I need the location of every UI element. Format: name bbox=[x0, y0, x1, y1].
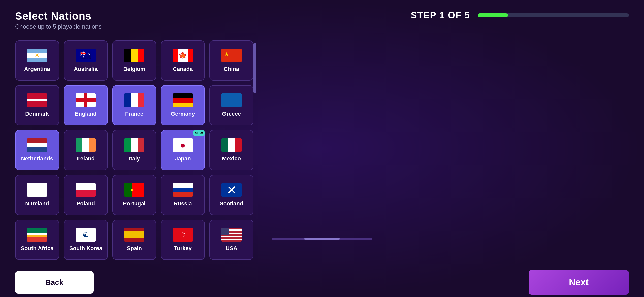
nation-name-australia: Australia bbox=[74, 66, 98, 72]
nation-card-china[interactable]: China bbox=[209, 40, 253, 81]
nation-card-ireland[interactable]: Ireland bbox=[64, 130, 108, 170]
progress-bar-fill bbox=[478, 13, 508, 17]
flag-china bbox=[221, 49, 242, 62]
flag-spain bbox=[124, 228, 144, 242]
scrollbar-area[interactable] bbox=[253, 40, 259, 260]
nation-card-greece[interactable]: Greece bbox=[209, 85, 253, 125]
flag-ireland bbox=[76, 138, 96, 152]
nation-card-argentina[interactable]: Argentina bbox=[15, 40, 59, 81]
step-section: STEP 1 OF 5 bbox=[411, 10, 629, 21]
nation-card-england[interactable]: England bbox=[64, 85, 108, 125]
nation-card-southafrica[interactable]: South Africa bbox=[15, 220, 59, 260]
nation-name-russia: Russia bbox=[174, 200, 192, 207]
back-button[interactable]: Back bbox=[15, 271, 94, 294]
nation-name-netherlands: Netherlands bbox=[21, 155, 53, 162]
nation-card-mexico[interactable]: Mexico bbox=[209, 130, 253, 170]
flag-turkey bbox=[173, 228, 193, 242]
nation-name-spain: Spain bbox=[127, 245, 142, 252]
nation-card-japan[interactable]: NEWJapan bbox=[161, 130, 205, 170]
flag-usa bbox=[221, 228, 242, 242]
flag-denmark bbox=[27, 93, 47, 107]
nation-name-greece: Greece bbox=[222, 111, 241, 117]
nation-card-netherlands[interactable]: Netherlands bbox=[15, 130, 59, 170]
nation-card-france[interactable]: France bbox=[112, 85, 156, 125]
flag-japan bbox=[173, 138, 193, 152]
flag-nireland bbox=[27, 183, 47, 197]
page-subtitle: Choose up to 5 playable nations bbox=[15, 23, 102, 30]
nation-card-usa[interactable]: USA bbox=[209, 220, 253, 260]
nation-name-mexico: Mexico bbox=[222, 155, 241, 162]
flag-germany bbox=[173, 93, 193, 107]
nation-name-canada: Canada bbox=[173, 66, 193, 72]
nation-name-poland: Poland bbox=[77, 200, 95, 207]
flag-poland bbox=[76, 183, 96, 197]
step-label: STEP 1 OF 5 bbox=[411, 10, 470, 21]
nation-name-belgium: Belgium bbox=[123, 66, 145, 72]
nation-card-turkey[interactable]: Turkey bbox=[161, 220, 205, 260]
flag-mexico bbox=[221, 138, 242, 152]
nation-card-scotland[interactable]: Scotland bbox=[209, 175, 253, 215]
nation-name-scotland: Scotland bbox=[220, 200, 243, 207]
nation-name-nireland: N.Ireland bbox=[25, 200, 49, 207]
nation-card-nireland[interactable]: N.Ireland bbox=[15, 175, 59, 215]
nation-name-ireland: Ireland bbox=[77, 155, 95, 162]
flag-france bbox=[124, 93, 144, 107]
flag-southafrica bbox=[27, 228, 47, 242]
nation-card-denmark[interactable]: Denmark bbox=[15, 85, 59, 125]
scroll-indicator-thumb bbox=[304, 238, 340, 240]
nation-name-germany: Germany bbox=[171, 111, 195, 117]
nation-name-usa: USA bbox=[226, 245, 237, 252]
main-container: Select Nations Choose up to 5 playable n… bbox=[0, 0, 644, 297]
title-section: Select Nations Choose up to 5 playable n… bbox=[15, 10, 102, 30]
nation-name-argentina: Argentina bbox=[24, 66, 50, 72]
next-button[interactable]: Next bbox=[529, 270, 629, 295]
nation-card-belgium[interactable]: Belgium bbox=[112, 40, 156, 81]
flag-netherlands bbox=[27, 138, 47, 152]
flag-russia bbox=[173, 183, 193, 197]
nation-name-denmark: Denmark bbox=[25, 111, 49, 117]
nation-name-italy: Italy bbox=[129, 155, 140, 162]
nation-name-china: China bbox=[224, 66, 239, 72]
progress-bar bbox=[478, 13, 629, 17]
nation-name-turkey: Turkey bbox=[174, 245, 192, 252]
nation-card-southkorea[interactable]: South Korea bbox=[64, 220, 108, 260]
nation-card-italy[interactable]: Italy bbox=[112, 130, 156, 170]
flag-italy bbox=[124, 138, 144, 152]
flag-australia bbox=[76, 49, 96, 62]
nation-name-england: England bbox=[75, 111, 97, 117]
nation-card-australia[interactable]: Australia bbox=[64, 40, 108, 81]
flag-canada bbox=[173, 49, 193, 62]
nation-name-japan: Japan bbox=[175, 155, 191, 162]
nation-name-france: France bbox=[125, 111, 143, 117]
nation-card-portugal[interactable]: Portugal bbox=[112, 175, 156, 215]
nation-card-poland[interactable]: Poland bbox=[64, 175, 108, 215]
flag-argentina bbox=[27, 49, 47, 62]
nations-grid: ArgentinaAustraliaBelgiumCanadaChinaDenm… bbox=[15, 40, 253, 260]
nation-card-canada[interactable]: Canada bbox=[161, 40, 205, 81]
nation-card-germany[interactable]: Germany bbox=[161, 85, 205, 125]
new-badge: NEW bbox=[193, 130, 205, 136]
flag-belgium bbox=[124, 49, 144, 62]
nation-name-portugal: Portugal bbox=[123, 200, 145, 207]
scroll-indicator bbox=[272, 238, 372, 240]
page-title: Select Nations bbox=[15, 10, 102, 22]
flag-scotland bbox=[221, 183, 242, 197]
nation-card-spain[interactable]: Spain bbox=[112, 220, 156, 260]
scrollbar-thumb[interactable] bbox=[253, 43, 256, 93]
nation-name-southafrica: South Africa bbox=[21, 245, 53, 252]
flag-greece bbox=[221, 93, 242, 107]
header: Select Nations Choose up to 5 playable n… bbox=[15, 10, 629, 30]
nation-name-southkorea: South Korea bbox=[69, 245, 102, 252]
footer: Back Next bbox=[15, 270, 629, 295]
flag-portugal bbox=[124, 183, 144, 197]
nation-card-russia[interactable]: Russia bbox=[161, 175, 205, 215]
grid-wrapper: ArgentinaAustraliaBelgiumCanadaChinaDenm… bbox=[15, 40, 629, 260]
flag-southkorea bbox=[76, 228, 96, 242]
flag-england bbox=[76, 93, 96, 107]
